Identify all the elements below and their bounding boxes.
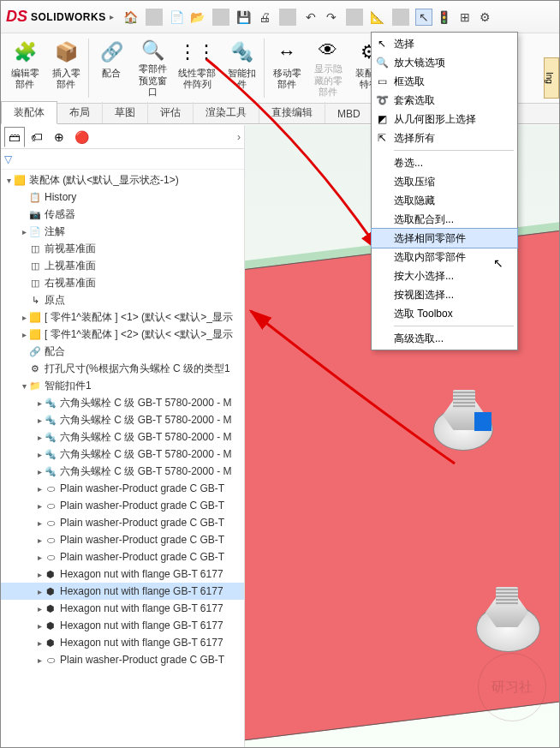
menu-item[interactable]: ↖选择 bbox=[372, 34, 517, 53]
tree-item[interactable]: ▸📄注解 bbox=[1, 223, 244, 240]
menu-item[interactable]: 按视图选择... bbox=[372, 285, 517, 304]
tree-item[interactable]: ⚙打孔尺寸(%根据六角头螺栓 C 级的类型1 bbox=[1, 360, 244, 377]
print-icon[interactable]: 🖨 bbox=[256, 9, 273, 26]
config-tab[interactable]: ⊕ bbox=[49, 127, 69, 147]
ribbon-linear-pattern-button[interactable]: ⋮⋮线性零部件阵列 bbox=[173, 35, 221, 101]
menu-item[interactable]: 选取隐藏 bbox=[372, 191, 517, 210]
tree-item[interactable]: ▸🔩六角头螺栓 C 级 GB-T 5780-2000 - M bbox=[1, 428, 244, 446]
expand-icon[interactable]: ▸ bbox=[35, 398, 44, 408]
expand-icon[interactable]: ▸ bbox=[35, 484, 44, 494]
expand-icon[interactable]: ▸ bbox=[35, 570, 44, 579]
collapse-icon[interactable]: ▾ bbox=[4, 176, 13, 185]
tree-root[interactable]: ▾ 🟨 装配体 (默认<默认_显示状态-1>) bbox=[1, 171, 244, 188]
expand-icon[interactable]: ▸ bbox=[35, 433, 44, 442]
menu-item[interactable]: 卷选... bbox=[372, 153, 517, 172]
tree-item[interactable]: ▸🔩六角头螺栓 C 级 GB-T 5780-2000 - M bbox=[1, 411, 244, 428]
tree-item[interactable]: ▸⬢Hexagon nut with flange GB-T 6177 bbox=[1, 600, 244, 617]
tree-item[interactable]: ▸⬢Hexagon nut with flange GB-T 6177 bbox=[1, 565, 244, 583]
tree-item[interactable]: ▸⬭Plain washer-Product grade C GB-T bbox=[1, 497, 244, 514]
expand-icon[interactable]: ▸ bbox=[35, 621, 44, 631]
menu-item[interactable]: 选取配合到... bbox=[372, 210, 517, 229]
tab-6[interactable]: MBD bbox=[325, 105, 373, 123]
ribbon-edit-part-button[interactable]: 🧩编辑零部件 bbox=[4, 35, 45, 101]
expand-icon[interactable]: ▸ bbox=[20, 330, 28, 339]
ribbon-insert-part-button[interactable]: 📦插入零部件 bbox=[45, 35, 86, 101]
save-icon[interactable]: 💾 bbox=[235, 9, 253, 26]
tree-item[interactable]: ▾📁智能扣件1 bbox=[1, 377, 244, 394]
select-cursor-icon[interactable]: ↖ bbox=[415, 9, 432, 26]
tree-item[interactable]: ▸🔩六角头螺栓 C 级 GB-T 5780-2000 - M bbox=[1, 446, 244, 463]
menu-item[interactable]: ◩从几何图形上选择 bbox=[372, 110, 517, 129]
expand-icon[interactable]: ▸ bbox=[35, 638, 44, 648]
tree-item[interactable]: ▸⬢Hexagon nut with flange GB-T 6177 bbox=[1, 634, 244, 651]
traffic-icon[interactable]: 🚦 bbox=[436, 9, 453, 26]
expand-icon[interactable]: ▸ bbox=[35, 501, 44, 511]
tab-3[interactable]: 评估 bbox=[148, 102, 194, 123]
expand-icon[interactable]: ▸ bbox=[35, 587, 44, 596]
ribbon-part-preview-button[interactable]: 🔍零部件预览窗口 bbox=[132, 35, 173, 101]
chevron-right-icon[interactable]: › bbox=[237, 131, 241, 143]
expand-icon[interactable]: ▸ bbox=[35, 536, 44, 545]
tree-item[interactable]: ▸⬭Plain washer-Product grade C GB-T bbox=[1, 514, 244, 531]
rebuild-icon[interactable]: 📐 bbox=[369, 9, 386, 26]
new-icon[interactable]: 📄 bbox=[169, 9, 186, 26]
expand-icon[interactable]: ▾ bbox=[20, 381, 28, 391]
tree-item[interactable]: ◫右视基准面 bbox=[1, 274, 244, 291]
tree-item[interactable]: ◫前视基准面 bbox=[1, 240, 244, 257]
tab-2[interactable]: 草图 bbox=[103, 102, 148, 123]
feature-tree-tab[interactable]: 🗃 bbox=[4, 127, 25, 147]
menu-item[interactable]: ➰套索选取 bbox=[372, 91, 517, 110]
expand-icon[interactable]: ▸ bbox=[20, 227, 28, 236]
tree-item[interactable]: ▸⬭Plain washer-Product grade C GB-T bbox=[1, 531, 244, 548]
undo-icon[interactable]: ↶ bbox=[302, 9, 319, 26]
tree-item[interactable]: ▸🟨[ 零件1^装配体 ] <2> (默认< <默认>_显示 bbox=[1, 326, 244, 343]
tree-item[interactable]: ▸🔩六角头螺栓 C 级 GB-T 5780-2000 - M bbox=[1, 463, 244, 480]
tree-item[interactable]: ▸⬭Plain washer-Product grade C GB-T bbox=[1, 548, 244, 565]
expand-icon[interactable]: ▸ bbox=[35, 655, 44, 665]
tree-item[interactable]: 🔗配合 bbox=[1, 343, 244, 360]
tree-item[interactable]: ▸⬢Hexagon nut with flange GB-T 6177 bbox=[1, 583, 244, 600]
gear-icon[interactable]: ⚙ bbox=[477, 9, 494, 26]
tree-item[interactable]: 📋History bbox=[1, 188, 244, 206]
tree-item[interactable]: ▸🟨[ 零件1^装配体 ] <1> (默认< <默认>_显示 bbox=[1, 308, 244, 326]
menu-item[interactable]: 🔍放大镜选项 bbox=[372, 53, 517, 72]
home-icon[interactable]: 🏠 bbox=[122, 9, 140, 26]
menu-item[interactable]: 高级选取... bbox=[372, 329, 517, 348]
tab-0[interactable]: 装配体 bbox=[1, 101, 57, 124]
open-icon[interactable]: 📂 bbox=[189, 9, 206, 26]
tab-5[interactable]: 直接编辑 bbox=[259, 102, 325, 123]
expand-icon[interactable]: ▸ bbox=[35, 518, 44, 528]
tree-item[interactable]: ▸⬭Plain washer-Product grade C GB-T bbox=[1, 480, 244, 497]
filter-icon[interactable]: ▽ bbox=[4, 153, 12, 165]
menu-item[interactable]: ⇱选择所有 bbox=[372, 129, 517, 147]
expand-icon[interactable]: ▸ bbox=[35, 604, 44, 613]
ribbon-mate-button[interactable]: 🔗配合 bbox=[91, 35, 132, 101]
ribbon-smart-fastener-button[interactable]: 🔩智能扣件 bbox=[221, 35, 262, 101]
display-tab[interactable]: 🔴 bbox=[71, 127, 92, 147]
tree-item[interactable]: ▸⬭Plain washer-Product grade C GB-T bbox=[1, 651, 244, 668]
property-tab[interactable]: 🏷 bbox=[27, 127, 47, 147]
expand-icon[interactable]: ▸ bbox=[35, 467, 44, 476]
tab-1[interactable]: 布局 bbox=[57, 102, 103, 123]
nut-model[interactable] bbox=[476, 605, 540, 652]
menu-item[interactable]: 选取压缩 bbox=[372, 172, 517, 191]
redo-icon[interactable]: ↷ bbox=[323, 9, 340, 26]
side-panel-tab[interactable]: Ing bbox=[544, 57, 559, 99]
chevron-down-icon[interactable]: ▸ bbox=[110, 12, 114, 21]
tree-item[interactable]: ▸⬢Hexagon nut with flange GB-T 6177 bbox=[1, 617, 244, 634]
tree-item[interactable]: ↳原点 bbox=[1, 291, 244, 308]
expand-icon[interactable]: ▸ bbox=[20, 313, 28, 322]
tab-4[interactable]: 渲染工具 bbox=[194, 102, 259, 123]
ribbon-move-part-button[interactable]: ↔移动零部件 bbox=[266, 35, 307, 101]
menu-item[interactable]: 选取 Toolbox bbox=[372, 304, 517, 323]
expand-icon[interactable]: ▸ bbox=[35, 450, 44, 459]
app-window: DS SOLIDWORKS ▸ 🏠 📄 📂 💾 🖨 ↶ ↷ 📐 ↖ 🚦 ⊞ ⚙ … bbox=[0, 0, 560, 748]
expand-icon[interactable]: ▸ bbox=[35, 553, 44, 562]
tree-item[interactable]: 📷传感器 bbox=[1, 206, 244, 223]
tree-item[interactable]: ▸🔩六角头螺栓 C 级 GB-T 5780-2000 - M bbox=[1, 394, 244, 411]
menu-item[interactable]: ▭框选取 bbox=[372, 72, 517, 91]
menu-item[interactable]: 选择相同零部件 bbox=[372, 229, 517, 248]
tree-item[interactable]: ◫上视基准面 bbox=[1, 257, 244, 274]
expand-icon[interactable]: ▸ bbox=[35, 416, 44, 425]
options-icon[interactable]: ⊞ bbox=[456, 9, 474, 26]
